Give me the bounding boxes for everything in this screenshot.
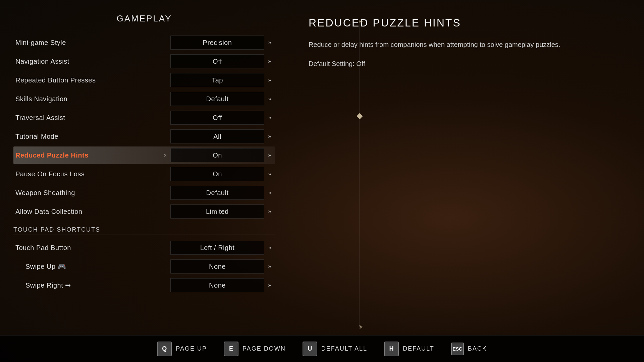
setting-control-traversal-assist: Off» bbox=[170, 111, 273, 125]
bottom-action-default-all[interactable]: UDEFAULT ALL bbox=[303, 342, 367, 356]
setting-label-navigation-assist: Navigation Assist bbox=[15, 58, 170, 65]
scroll-star-top: ✳ bbox=[359, 18, 363, 25]
setting-value-mini-game-style[interactable]: Precision bbox=[170, 36, 264, 50]
setting-label-skills-navigation: Skills Navigation bbox=[15, 95, 170, 103]
scroll-star-bottom: ✳ bbox=[359, 324, 363, 330]
setting-label-reduced-puzzle-hints: Reduced Puzzle Hints bbox=[15, 152, 162, 159]
setting-control-repeated-button-presses: Tap» bbox=[170, 73, 273, 87]
setting-row-swipe-right[interactable]: Swipe Right ➡None» bbox=[13, 277, 275, 294]
setting-row-pause-on-focus-loss[interactable]: Pause On Focus LossOn» bbox=[13, 165, 275, 183]
key-icon-back: ESC bbox=[451, 343, 464, 355]
setting-row-tutorial-mode[interactable]: Tutorial ModeAll» bbox=[13, 128, 275, 145]
setting-row-mini-game-style[interactable]: Mini-game StylePrecision» bbox=[13, 34, 275, 51]
bottom-action-default[interactable]: HDEFAULT bbox=[384, 342, 434, 356]
setting-row-swipe-up[interactable]: Swipe Up 🎮None» bbox=[13, 258, 275, 275]
action-label-default: DEFAULT bbox=[403, 345, 434, 352]
action-label-page-up: PAGE UP bbox=[176, 345, 207, 352]
setting-value-navigation-assist[interactable]: Off bbox=[170, 54, 264, 68]
setting-value-repeated-button-presses[interactable]: Tap bbox=[170, 73, 264, 87]
setting-value-weapon-sheathing[interactable]: Default bbox=[170, 186, 264, 200]
setting-value-tutorial-mode[interactable]: All bbox=[170, 129, 264, 143]
right-arrow-icon[interactable]: » bbox=[266, 115, 273, 121]
bottom-bar: QPAGE UPEPAGE DOWNUDEFAULT ALLHDEFAULTES… bbox=[0, 335, 644, 362]
setting-control-navigation-assist: Off» bbox=[170, 54, 273, 68]
setting-control-reduced-puzzle-hints: «On» bbox=[162, 148, 273, 162]
action-label-default-all: DEFAULT ALL bbox=[321, 345, 367, 352]
setting-control-swipe-right: None» bbox=[170, 278, 273, 292]
right-arrow-icon[interactable]: » bbox=[266, 245, 273, 251]
setting-label-swipe-up: Swipe Up 🎮 bbox=[15, 262, 170, 270]
setting-control-swipe-up: None» bbox=[170, 259, 273, 274]
setting-value-traversal-assist[interactable]: Off bbox=[170, 111, 264, 125]
setting-value-swipe-up[interactable]: None bbox=[170, 259, 264, 274]
setting-label-repeated-button-presses: Repeated Button Presses bbox=[15, 76, 170, 84]
key-icon-default-all: U bbox=[303, 342, 317, 356]
detail-description: Reduce or delay hints from companions wh… bbox=[309, 39, 624, 50]
detail-title: REDUCED PUZZLE HINTS bbox=[309, 17, 624, 29]
setting-label-weapon-sheathing: Weapon Sheathing bbox=[15, 189, 170, 197]
left-arrow-icon[interactable]: « bbox=[162, 152, 168, 158]
right-arrow-icon[interactable]: » bbox=[266, 77, 273, 83]
setting-value-allow-data-collection[interactable]: Limited bbox=[170, 204, 264, 219]
section-title: GAMEPLAY bbox=[13, 13, 275, 24]
setting-label-allow-data-collection: Allow Data Collection bbox=[15, 208, 170, 216]
subsection-title: TOUCH PAD SHORTCUTS bbox=[13, 226, 275, 235]
setting-control-skills-navigation: Default» bbox=[170, 92, 273, 106]
settings-list: Mini-game StylePrecision»Navigation Assi… bbox=[13, 34, 275, 294]
scroll-line bbox=[360, 20, 360, 328]
right-arrow-icon[interactable]: » bbox=[266, 58, 273, 64]
setting-label-touch-pad-button: Touch Pad Button bbox=[15, 244, 170, 252]
right-arrow-icon[interactable]: » bbox=[266, 133, 273, 139]
right-arrow-icon[interactable]: » bbox=[266, 96, 273, 102]
setting-control-pause-on-focus-loss: On» bbox=[170, 167, 273, 181]
bottom-action-page-up[interactable]: QPAGE UP bbox=[157, 342, 207, 356]
right-arrow-icon[interactable]: » bbox=[266, 190, 273, 196]
setting-row-allow-data-collection[interactable]: Allow Data CollectionLimited» bbox=[13, 203, 275, 220]
setting-row-repeated-button-presses[interactable]: Repeated Button PressesTap» bbox=[13, 71, 275, 89]
key-icon-page-up: Q bbox=[157, 342, 172, 356]
setting-value-touch-pad-button[interactable]: Left / Right bbox=[170, 241, 264, 255]
bottom-action-page-down[interactable]: EPAGE DOWN bbox=[224, 342, 286, 356]
main-content: GAMEPLAY Mini-game StylePrecision»Naviga… bbox=[0, 0, 644, 362]
setting-row-reduced-puzzle-hints[interactable]: Reduced Puzzle Hints«On» bbox=[13, 146, 275, 164]
right-arrow-icon[interactable]: » bbox=[266, 263, 273, 269]
setting-control-touch-pad-button: Left / Right» bbox=[170, 241, 273, 255]
setting-row-touch-pad-button[interactable]: Touch Pad ButtonLeft / Right» bbox=[13, 239, 275, 256]
setting-value-reduced-puzzle-hints[interactable]: On bbox=[170, 148, 264, 162]
setting-control-allow-data-collection: Limited» bbox=[170, 204, 273, 219]
setting-row-traversal-assist[interactable]: Traversal AssistOff» bbox=[13, 109, 275, 126]
detail-default: Default Setting: Off bbox=[309, 60, 624, 68]
setting-label-pause-on-focus-loss: Pause On Focus Loss bbox=[15, 170, 170, 178]
right-arrow-icon[interactable]: » bbox=[266, 171, 273, 177]
setting-row-navigation-assist[interactable]: Navigation AssistOff» bbox=[13, 53, 275, 70]
setting-row-skills-navigation[interactable]: Skills NavigationDefault» bbox=[13, 90, 275, 108]
setting-value-skills-navigation[interactable]: Default bbox=[170, 92, 264, 106]
right-arrow-icon[interactable]: » bbox=[266, 282, 273, 288]
action-label-page-down: PAGE DOWN bbox=[243, 345, 286, 352]
setting-label-traversal-assist: Traversal Assist bbox=[15, 114, 170, 122]
right-arrow-icon[interactable]: » bbox=[266, 152, 273, 158]
left-panel: GAMEPLAY Mini-game StylePrecision»Naviga… bbox=[0, 0, 288, 362]
setting-value-pause-on-focus-loss[interactable]: On bbox=[170, 167, 264, 181]
setting-control-tutorial-mode: All» bbox=[170, 129, 273, 143]
key-icon-page-down: E bbox=[224, 342, 238, 356]
bottom-action-back[interactable]: ESCBACK bbox=[451, 343, 487, 355]
setting-control-weapon-sheathing: Default» bbox=[170, 186, 273, 200]
setting-row-weapon-sheathing[interactable]: Weapon SheathingDefault» bbox=[13, 184, 275, 201]
setting-value-swipe-right[interactable]: None bbox=[170, 278, 264, 292]
key-icon-default: H bbox=[384, 342, 399, 356]
setting-label-mini-game-style: Mini-game Style bbox=[15, 39, 170, 47]
setting-label-tutorial-mode: Tutorial Mode bbox=[15, 133, 170, 140]
right-arrow-icon[interactable]: » bbox=[266, 40, 273, 46]
action-label-back: BACK bbox=[468, 345, 487, 352]
setting-control-mini-game-style: Precision» bbox=[170, 36, 273, 50]
setting-label-swipe-right: Swipe Right ➡ bbox=[15, 281, 170, 289]
right-panel: REDUCED PUZZLE HINTS Reduce or delay hin… bbox=[288, 0, 644, 362]
right-arrow-icon[interactable]: » bbox=[266, 208, 273, 215]
